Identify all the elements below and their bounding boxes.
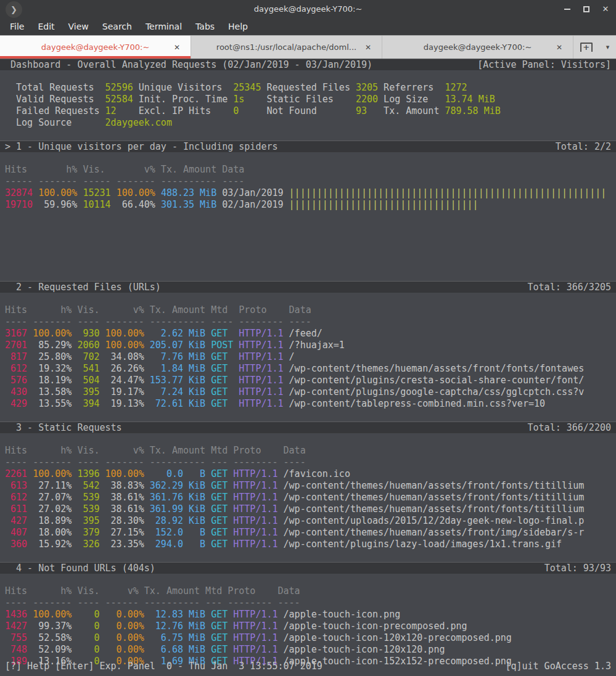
terminal-text: 38.61% [100, 492, 150, 503]
terminal-line: 429 13.55% 394 19.13% 72.61 KiB GET HTTP… [0, 398, 616, 410]
terminal-text: 100.00% [117, 187, 155, 198]
terminal-text: 0 [77, 644, 99, 655]
terminal-text [144, 609, 150, 620]
tab-close-icon[interactable]: ✕ [556, 43, 562, 52]
terminal-line: Total Requests 52596 Unique Visitors 253… [0, 82, 616, 94]
tab-bar: daygeek@daygeek-Y700:~✕root@ns1:/usr/loc… [0, 35, 616, 59]
terminal-text: 1396 [77, 468, 99, 479]
terminal-text: HTTP/1.1 [239, 363, 283, 374]
terminal-line [0, 269, 616, 281]
terminal-line [0, 258, 616, 269]
terminal-text: HTTP/1.1 [239, 351, 283, 362]
terminal-text [284, 398, 289, 409]
terminal-text: GET [211, 492, 228, 503]
menu-item-help[interactable]: Help [221, 18, 255, 35]
menu-item-tabs[interactable]: Tabs [189, 18, 221, 35]
terminal-text: 27.07% [27, 492, 77, 503]
terminal-text: HTTP/1.1 [233, 492, 277, 503]
terminal-line [0, 293, 616, 304]
panel-3-header-bar: 3 - Static RequestsTotal: 366/2200 [0, 421, 616, 433]
terminal-text: 18.19% [27, 375, 77, 386]
terminal-text: 407 [5, 527, 27, 538]
terminal-line: 427 18.89% 395 28.30% 28.92 KiB GET HTTP… [0, 515, 616, 527]
minimize-button[interactable] [563, 5, 572, 14]
terminal-text [205, 609, 211, 620]
terminal-text [205, 375, 211, 386]
terminal-text: 1272 [445, 82, 467, 93]
terminal-text [33, 187, 38, 198]
tab-2[interactable]: root@ns1:/usr/local/apache/doml...✕ [191, 36, 382, 59]
terminal-text: 99.37% [27, 621, 77, 632]
terminal-text [278, 539, 284, 550]
terminal-text: 427 [5, 515, 27, 526]
terminal-text [284, 386, 289, 397]
terminal-text: /wp-content/themes/hueman/assets/front/f… [284, 503, 585, 515]
terminal-text: HTTP/1.1 [233, 527, 277, 538]
terminal-text [284, 328, 289, 339]
terminal-text [144, 621, 150, 632]
terminal-text [228, 515, 233, 526]
terminal-text: 19.17% [100, 386, 150, 397]
terminal-text: GET [211, 539, 228, 550]
terminal-text [27, 609, 33, 620]
panel-header-title: 3 - Static Requests [5, 422, 122, 433]
terminal-text: 789.58 MiB [445, 105, 500, 116]
terminal-text [205, 632, 211, 643]
terminal-text: /apple-touch-icon-120x120.png [284, 644, 445, 655]
terminal-text: 66.40% [111, 199, 161, 210]
close-button[interactable]: ✕ [601, 5, 610, 14]
terminal-text: 23.35% [100, 539, 150, 550]
terminal-text: 100.00% [33, 609, 72, 620]
terminal-text [144, 328, 150, 339]
tab-list-dropdown[interactable]: ▾ [606, 43, 610, 51]
terminal-line [0, 129, 616, 140]
maximize-button[interactable] [582, 5, 591, 14]
terminal-text: 153.77 KiB [150, 375, 205, 386]
terminal-text: 52.09% [27, 644, 77, 655]
menu-item-search[interactable]: Search [96, 18, 139, 35]
tab-3[interactable]: daygeek@daygeek-Y700:~✕ [382, 36, 573, 59]
terminal-text: 1436 [5, 609, 27, 620]
tab-1[interactable]: daygeek@daygeek-Y700:~✕ [0, 36, 191, 59]
terminal-text [205, 621, 211, 632]
terminal-text: 15231 [83, 187, 110, 198]
terminal-text: 100.00% [38, 187, 77, 198]
terminal-screen[interactable]: Dashboard - Overall Analyzed Requests (0… [0, 59, 616, 676]
terminal-line: Hits h% Vis. v% Tx. Amount Data [0, 164, 616, 176]
menu-item-file[interactable]: File [3, 18, 31, 35]
terminal-text: 326 [77, 539, 99, 550]
terminal-text [205, 527, 211, 538]
terminal-text [228, 468, 233, 479]
terminal-line: 19710 59.96% 10114 66.40% 301.35 MiB 02/… [0, 199, 616, 211]
terminal-app-icon: ❯ [6, 1, 22, 18]
terminal-text: HTTP/1.1 [233, 515, 277, 526]
tab-bar-extras: + ▾ [573, 36, 616, 59]
menu-item-edit[interactable]: Edit [31, 18, 61, 35]
terminal-text: /wp-content/plugins/google-captcha/css/g… [289, 386, 585, 397]
terminal-text: 3167 [5, 328, 27, 339]
terminal-text: 0.00% [105, 609, 144, 620]
terminal-text [205, 386, 211, 397]
panel-header-title: 2 - Requested Files (URLs) [5, 282, 161, 293]
tab-close-icon[interactable]: ✕ [365, 43, 371, 52]
terminal-text: HTTP/1.1 [233, 621, 277, 632]
terminal-text: Hits h% Vis. v% Tx. Amount Data [5, 164, 244, 175]
terminal-text: Total Requests [5, 82, 105, 93]
terminal-line: Failed Requests 12 Excl. IP Hits 0 Not F… [0, 105, 616, 117]
terminal-text: GET [211, 609, 228, 620]
menu-item-terminal[interactable]: Terminal [139, 18, 189, 35]
terminal-text: 0.00% [105, 632, 144, 643]
terminal-text: 52596 [105, 82, 133, 93]
menu-item-view[interactable]: View [62, 18, 96, 35]
maximize-icon [583, 6, 589, 12]
new-tab-button[interactable]: + [580, 43, 593, 52]
terminal-text: HTTP/1.1 [233, 468, 277, 479]
terminal-line [0, 222, 616, 234]
terminal-text: 12.76 MiB [150, 621, 205, 632]
terminal-text: 38.61% [100, 503, 150, 515]
terminal-text: 18.89% [27, 515, 77, 526]
terminal-line: 407 18.00% 379 27.15% 152.0 B GET HTTP/1… [0, 527, 616, 539]
tab-close-icon[interactable]: ✕ [174, 43, 180, 52]
terminal-text [144, 632, 150, 643]
terminal-line: Log Source 2daygeek.com [0, 117, 616, 129]
